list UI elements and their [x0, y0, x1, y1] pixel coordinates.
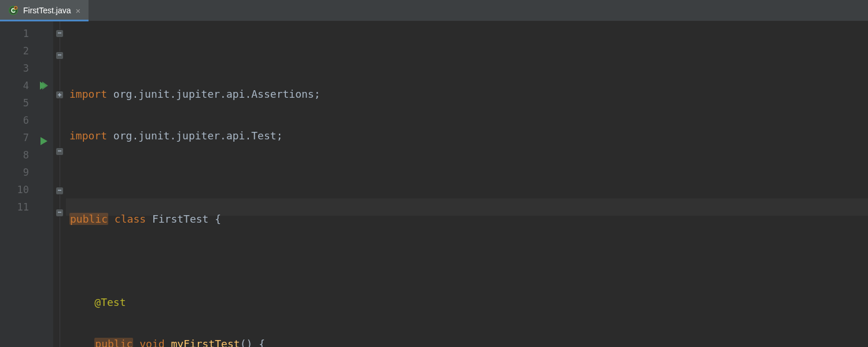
line-number[interactable]: 1: [0, 25, 29, 42]
svg-rect-6: [56, 148, 63, 155]
code-area[interactable]: import org.junit.jupiter.api.Assertions;…: [66, 21, 868, 347]
fold-collapse-icon[interactable]: [56, 147, 64, 156]
fold-collapse-icon[interactable]: [56, 209, 64, 217]
code-line[interactable]: public void myFirstTest() {: [69, 335, 868, 347]
code-line[interactable]: import org.junit.jupiter.api.Test;: [69, 127, 868, 145]
code-line[interactable]: public class FirstTest {: [69, 211, 868, 228]
code-line[interactable]: import org.junit.jupiter.api.Assertions;: [69, 86, 868, 103]
java-class-icon: [8, 5, 19, 16]
code-line[interactable]: [69, 252, 868, 270]
svg-rect-3: [56, 30, 63, 37]
tab-firsttest[interactable]: FirstTest.java ×: [0, 0, 89, 21]
line-number[interactable]: 10: [0, 181, 29, 198]
editor: 1 2 3 4 5 6 7 8 9 10 11 import org.junit…: [0, 21, 868, 347]
fold-collapse-icon[interactable]: [56, 29, 64, 38]
line-number[interactable]: 8: [0, 146, 29, 164]
svg-rect-7: [56, 187, 63, 194]
tab-bar: FirstTest.java ×: [0, 0, 868, 21]
code-line[interactable]: [69, 169, 868, 186]
line-number[interactable]: 11: [0, 198, 29, 216]
fold-expand-icon[interactable]: [56, 91, 64, 99]
run-test-icon[interactable]: [38, 136, 49, 146]
line-number[interactable]: 9: [0, 164, 29, 181]
svg-rect-4: [56, 52, 63, 59]
fold-collapse-icon[interactable]: [56, 51, 64, 60]
tab-filename: FirstTest.java: [23, 6, 71, 15]
svg-rect-8: [56, 209, 63, 216]
line-number-gutter: 1 2 3 4 5 6 7 8 9 10 11: [0, 21, 34, 347]
fold-collapse-icon[interactable]: [56, 187, 64, 195]
line-number[interactable]: 5: [0, 94, 29, 112]
run-gutter: [34, 21, 53, 347]
close-icon[interactable]: ×: [75, 6, 80, 15]
line-number[interactable]: 6: [0, 112, 29, 129]
code-line[interactable]: @Test: [69, 294, 868, 311]
line-number[interactable]: 4: [0, 77, 29, 94]
run-class-icon[interactable]: [38, 80, 49, 91]
line-number[interactable]: 7: [0, 129, 29, 146]
line-number[interactable]: 3: [0, 60, 29, 77]
fold-gutter: [53, 21, 66, 347]
line-number[interactable]: 2: [0, 42, 29, 60]
